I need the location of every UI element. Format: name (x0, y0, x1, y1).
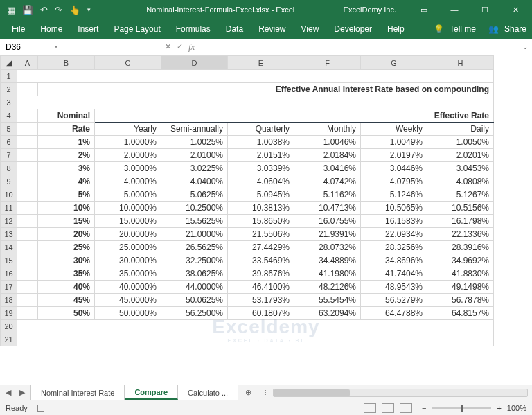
cell-value[interactable]: 16.1583% (361, 215, 427, 228)
row-head[interactable]: 16 (1, 267, 17, 281)
cell-value[interactable]: 56.7878% (427, 294, 494, 307)
tab-file[interactable]: File (6, 21, 31, 37)
cell[interactable] (17, 149, 38, 162)
cell-value[interactable]: 10.3813% (228, 202, 294, 215)
sheet-tab-compare[interactable]: Compare (125, 385, 178, 400)
cell-value[interactable]: 2.0201% (427, 149, 494, 162)
cell-value[interactable]: 4.0808% (427, 175, 494, 188)
cell-value[interactable]: 1.0038% (228, 136, 294, 149)
cell-nominal[interactable]: 10% (38, 202, 95, 215)
zoom-level[interactable]: 100% (507, 404, 526, 412)
cell-value[interactable]: 3.0416% (294, 162, 361, 175)
cell-value[interactable]: 55.5454% (294, 294, 361, 307)
cell-value[interactable]: 41.1980% (294, 267, 361, 281)
cell-value[interactable]: 10.0000% (95, 202, 161, 215)
cell-value[interactable]: 39.8676% (228, 267, 294, 281)
macro-record-icon[interactable] (37, 405, 44, 412)
cell-value[interactable]: 49.1498% (427, 281, 494, 294)
tab-formulas[interactable]: Formulas (170, 21, 217, 37)
enter-formula-icon[interactable]: ✓ (177, 42, 183, 51)
hdr-nominal-top[interactable]: Nominal (38, 109, 95, 123)
redo-icon[interactable]: ↷ (55, 5, 62, 15)
cell-value[interactable]: 5.1162% (294, 188, 361, 202)
select-all-corner[interactable]: ◢ (1, 56, 17, 70)
table-title[interactable]: Effective Annual Interest Rate based on … (38, 83, 494, 96)
sheet-tab-calculator[interactable]: Calculato ... (178, 385, 238, 400)
cell-nominal[interactable]: 2% (38, 149, 95, 162)
cell-value[interactable]: 27.4429% (228, 241, 294, 254)
tell-me[interactable]: Tell me (450, 24, 476, 34)
tab-data[interactable]: Data (220, 21, 249, 37)
cell-value[interactable]: 50.0625% (161, 294, 228, 307)
cell-value[interactable]: 48.2126% (294, 281, 361, 294)
col-head-D[interactable]: D (161, 56, 228, 70)
cell-value[interactable]: 28.3916% (427, 241, 494, 254)
cell-value[interactable]: 48.9543% (361, 281, 427, 294)
row-head[interactable]: 6 (1, 136, 17, 149)
cell-value[interactable]: 4.0400% (161, 175, 228, 188)
cell-nominal[interactable]: 25% (38, 241, 95, 254)
cell-nominal[interactable]: 30% (38, 254, 95, 267)
sheet-tab-nominal[interactable]: Nominal Interest Rate (31, 385, 125, 400)
cell-nominal[interactable]: 50% (38, 307, 95, 320)
expand-formula-bar-icon[interactable]: ⌄ (518, 43, 532, 51)
hdr-effective[interactable]: Effective Rate (95, 109, 494, 123)
cell[interactable] (17, 215, 38, 228)
cell-value[interactable]: 2.0151% (228, 149, 294, 162)
row-head[interactable]: 15 (1, 254, 17, 267)
cell-value[interactable]: 46.4100% (228, 281, 294, 294)
cell-value[interactable]: 34.8696% (361, 254, 427, 267)
cell-value[interactable]: 20.0000% (95, 228, 161, 241)
cell-value[interactable]: 10.5156% (427, 202, 494, 215)
hdr-period[interactable]: Weekly (361, 123, 427, 136)
cell[interactable] (17, 294, 38, 307)
cell-value[interactable]: 16.0755% (294, 215, 361, 228)
cell-nominal[interactable]: 3% (38, 162, 95, 175)
cell-value[interactable]: 4.0742% (294, 175, 361, 188)
cell-value[interactable]: 3.0446% (361, 162, 427, 175)
minimize-button[interactable]: — (441, 0, 468, 19)
cell-nominal[interactable]: 4% (38, 175, 95, 188)
row-head[interactable]: 5 (1, 123, 17, 136)
cell-value[interactable]: 4.0795% (361, 175, 427, 188)
cell-value[interactable]: 38.0625% (161, 267, 228, 281)
cell-value[interactable]: 1.0046% (294, 136, 361, 149)
cell-nominal[interactable]: 40% (38, 281, 95, 294)
save-icon[interactable]: 💾 (22, 5, 33, 15)
cell-value[interactable]: 5.1267% (427, 188, 494, 202)
cell-empty[interactable] (17, 333, 494, 346)
cell-value[interactable]: 5.0000% (95, 188, 161, 202)
cell-value[interactable]: 15.8650% (228, 215, 294, 228)
undo-icon[interactable]: ↶ (40, 5, 48, 15)
cell[interactable] (17, 109, 38, 123)
cell-value[interactable]: 2.0184% (294, 149, 361, 162)
cell-value[interactable]: 63.2094% (294, 307, 361, 320)
cell-value[interactable]: 2.0100% (161, 149, 228, 162)
cancel-formula-icon[interactable]: ✕ (165, 42, 171, 51)
tab-help[interactable]: Help (381, 21, 411, 37)
sheet-nav-prev-icon[interactable]: ◀ (6, 388, 11, 397)
normal-view-icon[interactable] (364, 403, 376, 413)
cell-nominal[interactable]: 1% (38, 136, 95, 149)
cell-nominal[interactable]: 35% (38, 267, 95, 281)
cell-value[interactable]: 1.0025% (161, 136, 228, 149)
cell-value[interactable]: 41.7404% (361, 267, 427, 281)
cell-value[interactable]: 4.0604% (228, 175, 294, 188)
cell[interactable] (17, 83, 38, 96)
cell[interactable] (17, 281, 38, 294)
row-head[interactable]: 13 (1, 228, 17, 241)
hdr-period[interactable]: Semi-annually (161, 123, 228, 136)
row-head[interactable]: 4 (1, 109, 17, 123)
col-head-F[interactable]: F (294, 56, 361, 70)
insert-function-icon[interactable]: fx (188, 42, 195, 53)
cell-value[interactable]: 64.8157% (427, 307, 494, 320)
col-head-C[interactable]: C (95, 56, 161, 70)
cell[interactable] (17, 228, 38, 241)
close-button[interactable]: ✕ (502, 0, 529, 19)
name-box[interactable]: D36 (0, 39, 62, 55)
cell-value[interactable]: 21.5506% (228, 228, 294, 241)
maximize-button[interactable]: ☐ (471, 0, 499, 19)
row-head[interactable]: 7 (1, 149, 17, 162)
tab-developer[interactable]: Developer (328, 21, 378, 37)
row-head[interactable]: 9 (1, 175, 17, 188)
